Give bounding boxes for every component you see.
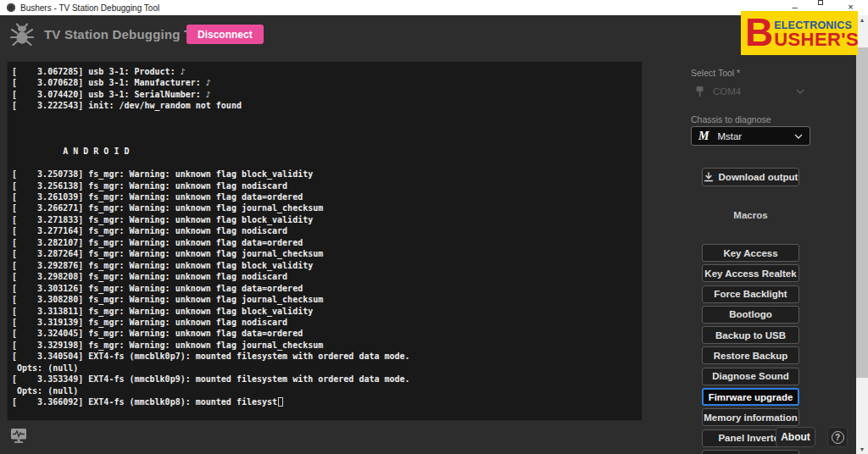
download-output-button[interactable]: Download output xyxy=(702,168,799,186)
bushers-logo: B ELECTRONICS USHER'S xyxy=(741,11,858,55)
titlebar-title: Bushers - TV Station Debugging Tool xyxy=(20,3,159,13)
download-icon xyxy=(704,172,714,182)
question-circle-icon: ? xyxy=(832,431,844,444)
download-output-label: Download output xyxy=(719,172,798,182)
macro-button-bootlogo[interactable]: Bootlogo xyxy=(702,306,799,324)
help-button[interactable]: ? xyxy=(827,427,848,447)
serial-plug-icon xyxy=(694,86,705,97)
scrollbar: ▲ ▼ xyxy=(856,15,868,454)
bug-icon xyxy=(10,23,34,49)
macro-button-partial[interactable] xyxy=(702,450,799,454)
scrollbar-thumb[interactable] xyxy=(856,47,868,378)
about-button[interactable]: About xyxy=(776,427,815,447)
chevron-down-icon xyxy=(794,134,803,139)
disconnect-button[interactable]: Disconnect xyxy=(186,25,264,44)
com-port-select[interactable]: COM4 xyxy=(694,82,811,101)
monitor-pulse-icon xyxy=(10,428,27,448)
macro-button-key-access-realtek[interactable]: Key Access Realtek xyxy=(702,264,799,282)
scroll-down-arrow[interactable]: ▼ xyxy=(856,446,868,452)
macro-button-restore-backup[interactable]: Restore Backup xyxy=(702,346,799,364)
macro-button-force-backlight[interactable]: Force Backlight xyxy=(702,285,799,303)
chassis-value: Mstar xyxy=(717,131,742,141)
logo-ushers-text: USHER'S xyxy=(774,31,859,48)
select-tool-label: Select Tool * xyxy=(691,68,740,78)
app-window: { "window": { "title": "Bushers - TV Sta… xyxy=(0,0,868,454)
macro-button-diagnose-sound[interactable]: Diagnose Sound xyxy=(702,368,799,385)
chevron-down-icon xyxy=(796,89,804,94)
terminal-cursor xyxy=(278,397,283,407)
macros-list: Key AccessKey Access RealtekForce Backli… xyxy=(702,244,799,454)
titlebar: Bushers - TV Station Debugging Tool – × xyxy=(0,0,868,15)
terminal-output[interactable]: [ 3.067285] usb 3-1: Product: ♪ [ 3.0706… xyxy=(7,61,643,421)
macro-button-fimrware-upgrade[interactable]: Fimrware upgrade xyxy=(702,388,799,406)
mstar-logo-icon: M xyxy=(698,130,709,143)
chassis-select[interactable]: M Mstar xyxy=(691,126,810,146)
chassis-label: Chassis to diagnose xyxy=(691,114,771,125)
app-icon xyxy=(7,3,15,12)
page-title: TV Station Debugging Tool xyxy=(44,27,210,42)
macro-button-memory-information[interactable]: Memory information xyxy=(702,408,799,426)
com-port-value: COM4 xyxy=(713,86,741,97)
macro-button-backup-to-usb[interactable]: Backup to USB xyxy=(702,326,799,344)
logo-big-letter: B xyxy=(745,15,773,49)
macros-heading: Macros xyxy=(702,210,799,220)
macro-button-key-access[interactable]: Key Access xyxy=(702,244,799,262)
